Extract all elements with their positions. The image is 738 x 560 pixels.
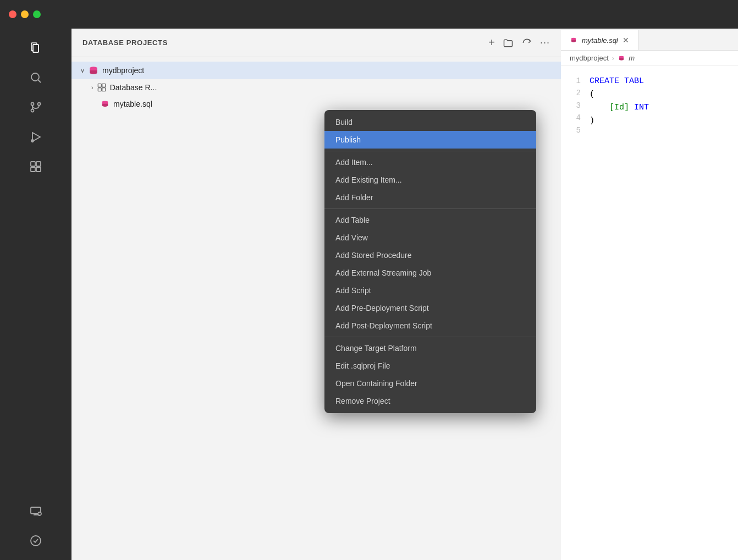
project-tree-item[interactable]: ∨ mydbproject bbox=[71, 62, 561, 79]
breadcrumb-project: mydbproject bbox=[570, 54, 609, 62]
svg-rect-23 bbox=[102, 84, 105, 87]
code-editor: 1 2 3 4 5 CREATE TABL ( [Id] INT ) bbox=[561, 66, 738, 560]
menu-separator-after-add-folder bbox=[324, 208, 536, 209]
breadcrumb-file: m bbox=[629, 54, 635, 62]
line-numbers: 1 2 3 4 5 bbox=[561, 66, 590, 560]
add-button[interactable]: + bbox=[488, 36, 495, 49]
maximize-button[interactable] bbox=[33, 10, 41, 18]
line-num-3: 3 bbox=[561, 100, 581, 112]
main-layout: ~ DATABASE PROJECTS + bbox=[0, 29, 738, 560]
keyword-table: TABL bbox=[624, 75, 644, 88]
svg-rect-22 bbox=[98, 84, 101, 87]
code-text-1 bbox=[619, 75, 624, 88]
svg-point-5 bbox=[31, 103, 34, 106]
breadcrumb-separator: › bbox=[612, 54, 614, 62]
sidebar-toolbar: + ··· bbox=[488, 36, 550, 49]
db-references-item[interactable]: › Database R... bbox=[71, 79, 561, 96]
editor-tab-mytable[interactable]: mytable.sql ✕ bbox=[561, 30, 638, 50]
project-chevron: ∨ bbox=[80, 67, 85, 74]
menu-item-publish[interactable]: Publish bbox=[324, 131, 536, 149]
code-line-2: ( bbox=[590, 88, 738, 101]
project-name: mydbproject bbox=[102, 66, 144, 75]
file-name: mytable.sql bbox=[113, 100, 152, 108]
file-db-icon bbox=[100, 99, 110, 109]
code-text-2: ( bbox=[590, 88, 594, 101]
editor-panel: mytable.sql ✕ mydbproject › m 1 2 3 4 5 bbox=[561, 29, 738, 560]
code-text-4: ) bbox=[590, 114, 594, 128]
db-references-label: Database R... bbox=[110, 83, 157, 92]
menu-item-add-view[interactable]: Add View bbox=[324, 229, 536, 246]
sidebar-tree: ∨ mydbproject › Database R... bbox=[71, 57, 561, 117]
menu-item-add-post-deployment-script[interactable]: Add Post-Deployment Script bbox=[324, 317, 536, 334]
menu-item-add-pre-deployment-script[interactable]: Add Pre-Deployment Script bbox=[324, 299, 536, 317]
extensions-icon[interactable] bbox=[22, 153, 49, 180]
db-ref-chevron: › bbox=[91, 84, 93, 91]
tab-file-label: mytable.sql bbox=[582, 36, 618, 45]
context-menu: BuildPublishAdd Item...Add Existing Item… bbox=[324, 110, 536, 413]
menu-item-remove-project[interactable]: Remove Project bbox=[324, 392, 536, 410]
sidebar: DATABASE PROJECTS + ··· bbox=[71, 29, 561, 560]
editor-tabs: mytable.sql ✕ bbox=[561, 29, 738, 51]
line-num-1: 1 bbox=[561, 75, 581, 87]
close-button[interactable] bbox=[9, 10, 16, 18]
files-icon[interactable] bbox=[22, 34, 49, 62]
project-db-icon bbox=[88, 65, 99, 76]
menu-item-open-containing-folder[interactable]: Open Containing Folder bbox=[324, 375, 536, 392]
keyword-int: INT bbox=[634, 101, 649, 114]
menu-separator-after-publish bbox=[324, 151, 536, 151]
menu-separator-after-add-post-deployment-script bbox=[324, 337, 536, 337]
code-bracket-id: [Id] bbox=[609, 101, 629, 114]
svg-point-3 bbox=[31, 73, 39, 81]
svg-rect-12 bbox=[36, 162, 41, 166]
svg-rect-25 bbox=[102, 88, 105, 91]
code-line-4: ) bbox=[590, 114, 738, 128]
menu-item-add-folder[interactable]: Add Folder bbox=[324, 189, 536, 206]
code-indent bbox=[590, 101, 609, 114]
sidebar-title: DATABASE PROJECTS bbox=[82, 39, 480, 47]
db-ref-icon bbox=[97, 83, 107, 92]
breadcrumb-db-icon bbox=[618, 54, 625, 62]
svg-rect-1 bbox=[33, 45, 38, 52]
sidebar-header: DATABASE PROJECTS + ··· bbox=[71, 29, 561, 57]
remote-icon[interactable]: ~ bbox=[22, 497, 49, 525]
svg-rect-13 bbox=[31, 167, 35, 172]
code-content: CREATE TABL ( [Id] INT ) bbox=[590, 66, 738, 560]
keyword-create: CREATE bbox=[590, 75, 619, 88]
line-num-2: 2 bbox=[561, 87, 581, 99]
search-icon[interactable] bbox=[22, 64, 49, 91]
svg-point-7 bbox=[31, 109, 34, 112]
svg-rect-11 bbox=[31, 162, 35, 166]
activity-bar: ~ bbox=[0, 29, 71, 560]
refresh-button[interactable] bbox=[521, 37, 532, 48]
menu-item-build[interactable]: Build bbox=[324, 113, 536, 131]
line-num-5: 5 bbox=[561, 124, 581, 136]
tab-close-button[interactable]: ✕ bbox=[623, 36, 629, 45]
code-line-1: CREATE TABL bbox=[590, 75, 738, 88]
check-icon[interactable] bbox=[22, 527, 49, 554]
code-line-3: [Id] INT bbox=[590, 101, 738, 114]
code-text-3 bbox=[629, 101, 634, 114]
svg-rect-24 bbox=[98, 88, 101, 91]
tab-db-icon bbox=[570, 36, 577, 44]
svg-rect-14 bbox=[36, 167, 41, 172]
source-control-icon[interactable] bbox=[22, 94, 49, 121]
menu-item-add-table[interactable]: Add Table bbox=[324, 211, 536, 229]
svg-text:~: ~ bbox=[38, 513, 40, 516]
menu-item-change-target-platform[interactable]: Change Target Platform bbox=[324, 339, 536, 357]
line-num-4: 4 bbox=[561, 112, 581, 124]
more-button[interactable]: ··· bbox=[540, 37, 550, 48]
minimize-button[interactable] bbox=[21, 10, 29, 18]
menu-item-add-external-streaming-job[interactable]: Add External Streaming Job bbox=[324, 264, 536, 282]
svg-line-4 bbox=[38, 80, 41, 83]
open-button[interactable] bbox=[503, 37, 514, 48]
breadcrumb: mydbproject › m bbox=[561, 51, 738, 66]
svg-point-20 bbox=[31, 536, 41, 546]
svg-point-6 bbox=[38, 103, 41, 106]
menu-item-add-existing-item[interactable]: Add Existing Item... bbox=[324, 171, 536, 189]
menu-item-edit-sqlproj-file[interactable]: Edit .sqlproj File bbox=[324, 357, 536, 375]
run-debug-icon[interactable] bbox=[22, 123, 49, 151]
menu-item-add-item[interactable]: Add Item... bbox=[324, 153, 536, 171]
menu-item-add-script[interactable]: Add Script bbox=[324, 282, 536, 299]
titlebar bbox=[0, 0, 738, 29]
menu-item-add-stored-procedure[interactable]: Add Stored Procedure bbox=[324, 246, 536, 264]
